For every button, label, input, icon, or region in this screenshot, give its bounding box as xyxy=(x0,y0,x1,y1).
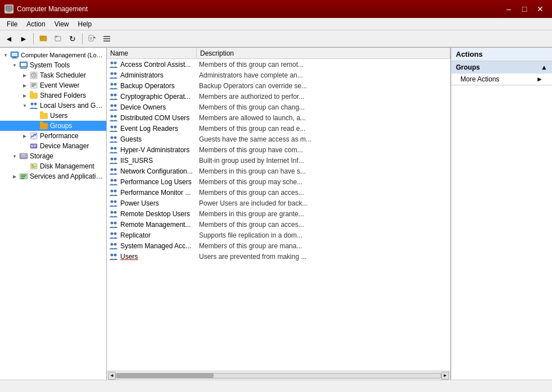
svg-point-31 xyxy=(34,103,37,106)
list-item[interactable]: Backup OperatorsBackup Operators can ove… xyxy=(107,80,450,91)
group-row-name: Cryptographic Operat... xyxy=(118,93,197,101)
svg-point-104 xyxy=(114,253,117,256)
close-button[interactable]: ✕ xyxy=(533,3,548,15)
list-item[interactable]: AdministratorsAdministrators have comple… xyxy=(107,70,450,80)
expand-event-viewer[interactable]: ▶ xyxy=(20,81,29,90)
svg-rect-29 xyxy=(31,86,34,86)
tree-services-apps[interactable]: ▶ Services and Applications xyxy=(0,171,106,181)
tree-local-users-groups[interactable]: ▼ Local Users and Groups xyxy=(0,101,106,111)
tree-system-tools[interactable]: ▼ System Tools xyxy=(0,60,106,70)
tree-event-viewer[interactable]: ▶ Event Viewer xyxy=(0,80,106,90)
group-row-icon xyxy=(107,251,118,262)
svg-rect-2 xyxy=(8,11,10,11)
svg-rect-20 xyxy=(21,63,26,66)
back-button[interactable]: ◄ xyxy=(2,33,16,45)
expand-root[interactable]: ▼ xyxy=(1,51,10,60)
forward-button[interactable]: ► xyxy=(17,33,30,45)
title-bar: Computer Management – □ ✕ xyxy=(0,0,552,18)
expand-services-apps[interactable]: ▶ xyxy=(10,172,19,181)
list-item[interactable]: ReplicatorSupports file replication in a… xyxy=(107,230,450,240)
tree-shared-folders[interactable]: ▶ Shared Folders xyxy=(0,90,106,101)
tree-disk-management[interactable]: ▶ Disk Management xyxy=(0,161,106,171)
svg-point-52 xyxy=(111,72,114,75)
list-item[interactable]: Access Control Assist...Members of this … xyxy=(107,59,450,70)
svg-rect-42 xyxy=(31,166,36,167)
list-item[interactable]: Event Log ReadersMembers of this group c… xyxy=(107,123,450,134)
tree-task-scheduler[interactable]: ▶ Task Scheduler xyxy=(0,70,106,80)
expand-shared-folders[interactable]: ▶ xyxy=(20,91,29,100)
window-title: Computer Management xyxy=(17,5,501,13)
tree-performance[interactable]: ▶ Performance xyxy=(0,131,106,141)
list-item[interactable]: Network Configuration...Members in this … xyxy=(107,166,450,176)
list-item[interactable]: System Managed Acc...Members of this gro… xyxy=(107,240,450,251)
list-view-button[interactable] xyxy=(100,33,114,45)
list-item[interactable]: IIS_IUSRSBuilt-in group used by Internet… xyxy=(107,155,450,166)
svg-rect-1 xyxy=(7,11,11,12)
list-item[interactable]: Power UsersPower Users are included for … xyxy=(107,198,450,208)
menu-action[interactable]: Action xyxy=(22,19,49,29)
horizontal-scrollbar[interactable]: ◄ ► xyxy=(107,371,450,380)
expand-task-scheduler[interactable]: ▶ xyxy=(20,71,29,80)
list-item[interactable]: UsersUsers are prevented from making ... xyxy=(107,251,450,262)
toolbar-separator-2 xyxy=(82,33,83,44)
list-item[interactable]: Remote Management...Members of this grou… xyxy=(107,219,450,230)
system-tools-label: System Tools xyxy=(30,61,70,69)
svg-point-70 xyxy=(111,136,114,139)
actions-header: Actions xyxy=(451,48,552,61)
maximize-button[interactable]: □ xyxy=(517,3,532,15)
group-row-icon xyxy=(107,70,118,80)
svg-rect-16 xyxy=(12,53,17,56)
tree-device-manager[interactable]: ▶ Device Manager xyxy=(0,141,106,151)
groups-folder-label: Groups xyxy=(50,122,72,130)
list-item[interactable]: Hyper-V AdministratorsMembers of this gr… xyxy=(107,144,450,155)
menu-help[interactable]: Help xyxy=(74,19,97,29)
action-section-groups: Groups ▲ More Actions ► xyxy=(451,61,552,85)
expand-system-tools[interactable]: ▼ xyxy=(10,61,19,70)
svg-rect-4 xyxy=(40,36,43,38)
up-button[interactable] xyxy=(37,33,50,45)
list-item[interactable]: GuestsGuests have the same access as m..… xyxy=(107,134,450,144)
action-section-groups-header[interactable]: Groups ▲ xyxy=(451,61,552,74)
groups-list: Access Control Assist...Members of this … xyxy=(107,59,450,371)
scrollbar-track[interactable] xyxy=(116,373,441,379)
expand-local-users[interactable]: ▼ xyxy=(20,101,29,110)
list-item[interactable]: Performance Monitor ...Members of this g… xyxy=(107,187,450,198)
col-header-desc[interactable]: Description xyxy=(197,48,450,58)
group-row-name: Performance Log Users xyxy=(118,178,197,186)
group-row-name: Administrators xyxy=(118,71,197,79)
services-apps-icon xyxy=(19,172,28,181)
list-item[interactable]: Distributed COM UsersMembers are allowed… xyxy=(107,112,450,123)
minimize-button[interactable]: – xyxy=(501,3,516,15)
action-section-groups-label: Groups xyxy=(456,63,480,71)
task-scheduler-icon xyxy=(29,71,38,80)
list-item[interactable]: Device OwnersMembers of this group can c… xyxy=(107,102,450,112)
group-row-name: Hyper-V Administrators xyxy=(118,146,197,154)
menu-view[interactable]: View xyxy=(50,19,74,29)
export-button[interactable] xyxy=(85,33,99,45)
action-more-actions[interactable]: More Actions ► xyxy=(451,74,552,85)
menu-file[interactable]: File xyxy=(2,19,22,29)
svg-point-34 xyxy=(31,145,33,147)
col-header-name[interactable]: Name xyxy=(107,48,197,58)
group-row-desc: Members of this group are mana... xyxy=(197,242,450,250)
expand-storage[interactable]: ▼ xyxy=(10,152,19,161)
scroll-left-button[interactable]: ◄ xyxy=(108,372,116,380)
svg-rect-14 xyxy=(103,40,110,42)
performance-icon xyxy=(29,131,38,140)
tree-users-folder[interactable]: ▶ Users xyxy=(0,111,106,121)
tree-groups-folder[interactable]: ▶ Groups xyxy=(0,121,106,131)
open-button[interactable] xyxy=(51,33,65,45)
list-item[interactable]: Cryptographic Operat...Members are autho… xyxy=(107,91,450,102)
group-row-desc: Administrators have complete an... xyxy=(197,71,450,79)
list-item[interactable]: Remote Desktop UsersMembers in this grou… xyxy=(107,208,450,219)
scroll-right-button[interactable]: ► xyxy=(441,372,449,380)
refresh-button[interactable]: ↻ xyxy=(66,33,79,45)
column-headers: Name Description xyxy=(107,48,450,59)
svg-point-100 xyxy=(111,243,114,245)
scrollbar-thumb[interactable] xyxy=(116,373,214,378)
list-item[interactable]: Performance Log UsersMembers of this gro… xyxy=(107,176,450,187)
tree-root[interactable]: ▼ Computer Management (Local... xyxy=(0,50,106,60)
svg-point-103 xyxy=(111,253,114,256)
expand-performance[interactable]: ▶ xyxy=(20,131,29,140)
tree-storage[interactable]: ▼ Storage xyxy=(0,151,106,161)
